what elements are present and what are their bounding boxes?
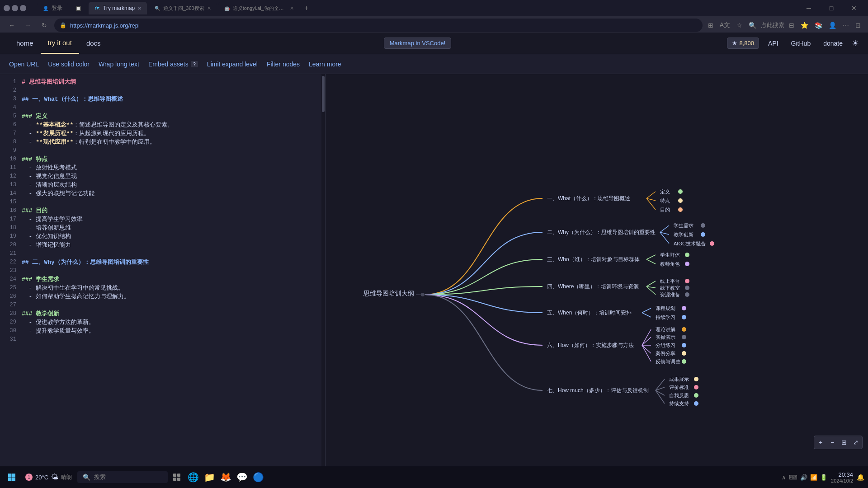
tab-close-360[interactable]: ✕ [207, 5, 211, 11]
translate-icon[interactable]: A文 [718, 19, 732, 31]
root-node[interactable]: 思维导图培训大纲 [363, 290, 425, 297]
vscode-badge[interactable]: Markmap in VSCode! [384, 38, 452, 49]
nav-try-it-out[interactable]: try it out [41, 33, 79, 54]
nav-home[interactable]: home [9, 33, 41, 53]
taskbar-search-icon: 🔍 [83, 474, 90, 481]
new-tab-button[interactable]: + [301, 3, 312, 14]
zoom-out-button[interactable]: − [827, 437, 837, 447]
svg-point-38 [685, 292, 689, 297]
time-display[interactable]: 20:34 2024/10/2 [831, 471, 853, 483]
star-count: 8,800 [739, 40, 754, 47]
weather-icon: 🌤 [51, 473, 58, 481]
option-filter-nodes[interactable]: Filter nodes [267, 61, 300, 68]
nav-github[interactable]: GitHub [788, 38, 815, 49]
maximize-button[interactable] [20, 5, 26, 11]
taskbar-edge[interactable]: 🌐 [186, 470, 200, 484]
svg-rect-83 [177, 478, 180, 481]
star-icon[interactable]: ☆ [735, 20, 744, 31]
svg-line-13 [660, 225, 669, 232]
window-close[interactable]: ✕ [844, 1, 864, 15]
svg-text:持续支持: 持续支持 [669, 401, 689, 406]
svg-text:AIGC技术融合: AIGC技术融合 [674, 241, 706, 246]
taskbar-explorer[interactable]: 📁 [202, 470, 217, 484]
branch-5[interactable]: 五、When（何时）：培训时间安排 课程规划 持续学习 [425, 295, 686, 320]
tray-network[interactable]: 📶 [810, 474, 817, 481]
tab-blank[interactable]: 🔲 [70, 2, 87, 14]
sun-icon[interactable]: ☀ [852, 38, 859, 48]
tray-keyboard[interactable]: ⌨ [789, 474, 797, 481]
svg-point-28 [685, 262, 689, 266]
option-limit-expand[interactable]: Limit expand level [207, 61, 258, 68]
nav-docs[interactable]: docs [79, 33, 108, 53]
taskbar: 1 20°C 🌤 晴朗 🔍 搜索 🌐 📁 🦊 💬 🔵 ∧ ⌨ 🔊 📶 🔋 20:… [0, 466, 868, 488]
svg-rect-80 [173, 474, 176, 477]
minimize-button[interactable] [12, 5, 18, 11]
tray-sound[interactable]: 🔊 [800, 474, 807, 481]
svg-rect-81 [177, 474, 180, 477]
taskbar-app-1[interactable]: 💬 [235, 470, 249, 484]
reload-button[interactable]: ↻ [38, 19, 51, 32]
start-button[interactable] [4, 469, 20, 485]
window-minimize[interactable]: ─ [798, 1, 819, 15]
taskbar-taskview[interactable] [170, 470, 184, 484]
tab-title-markmap: Try markmap [103, 5, 135, 11]
taskbar-search[interactable]: 🔍 搜索 [77, 471, 168, 483]
svg-line-3 [646, 192, 656, 198]
tab-tongyi[interactable]: 🤖 通义tongyi.ai_你的全能AI助手-通... ✕ [218, 2, 299, 14]
zoom-fit-button[interactable]: ⊞ [839, 437, 849, 447]
tray-up-icon[interactable]: ∧ [782, 474, 786, 481]
address-bar[interactable]: 🔒 https://markmap.js.org/repl [54, 19, 703, 32]
option-learn-more[interactable]: Learn more [309, 61, 341, 68]
editor-content[interactable]: # 思维导图培训大纲 ## 一、What（什么）：思维导图概述 ### 定义 -… [20, 74, 321, 472]
weather-desc: 晴朗 [61, 474, 72, 481]
svg-point-61 [682, 359, 686, 364]
option-embed-assets[interactable]: Embed assets [148, 61, 189, 68]
back-button[interactable]: ← [5, 19, 18, 32]
svg-text:自我反思: 自我反思 [669, 393, 689, 398]
address-text: https://markmap.js.org/repl [70, 22, 140, 29]
nav-api[interactable]: API [764, 38, 782, 49]
split-view-icon[interactable]: ⊟ [787, 20, 796, 31]
branch-6[interactable]: 六、How（如何）：实施步骤与方法 理论讲解 实操演示 分组练习 案例分享 反馈… [425, 295, 686, 364]
star-button[interactable]: ★ 8,800 [727, 38, 759, 49]
search-icon[interactable]: 🔍 [747, 20, 758, 31]
option-solid-color[interactable]: Use solid color [48, 61, 90, 68]
tab-login[interactable]: 👤 登录 [37, 2, 68, 14]
forward-button[interactable]: → [22, 19, 34, 32]
sidebar-toggle[interactable]: ⊡ [854, 20, 863, 31]
editor-scrollbar[interactable] [321, 74, 325, 472]
line-numbers: 12345 678910 1112131415 1617181920 21222… [0, 74, 20, 472]
notification-badge: 1 [25, 474, 33, 481]
svg-point-52 [682, 335, 686, 339]
option-wrap-text[interactable]: Wrap long text [99, 61, 139, 68]
taskbar-browser-2[interactable]: 🦊 [218, 470, 233, 484]
option-open-url[interactable]: Open URL [9, 61, 39, 68]
close-button[interactable] [4, 5, 10, 11]
tray-battery[interactable]: 🔋 [820, 474, 827, 481]
collections-icon[interactable]: 📚 [813, 20, 824, 31]
taskbar-chrome[interactable]: 🔵 [251, 470, 265, 484]
clock-date: 2024/10/2 [831, 478, 853, 483]
svg-point-15 [701, 223, 705, 228]
favorites-icon[interactable]: ⭐ [799, 20, 810, 31]
zoom-controls: + − ⊞ ⤢ [814, 436, 863, 449]
zoom-in-button[interactable]: + [816, 437, 826, 447]
svg-point-49 [682, 327, 686, 332]
svg-point-55 [682, 343, 686, 347]
tab-close-tongyi[interactable]: ✕ [290, 5, 294, 11]
more-icon[interactable]: ⋯ [841, 20, 851, 31]
window-maximize[interactable]: □ [821, 1, 842, 15]
tab-close-markmap[interactable]: ✕ [137, 5, 142, 11]
search-placeholder: 点此搜索 [761, 21, 784, 29]
branch-1[interactable]: 一、What（什么）：思维导图概述 定义 特点 目的 [425, 189, 683, 295]
address-bar-row: ← → ↻ 🔒 https://markmap.js.org/repl ⊞ A文… [0, 16, 868, 34]
title-bar: 👤 登录 🔲 🗺 Try markmap ✕ 🔍 通义千问_360搜索 ✕ 🤖 … [0, 0, 868, 16]
tab-360[interactable]: 🔍 通义千问_360搜索 ✕ [149, 2, 216, 14]
zoom-fullscreen-button[interactable]: ⤢ [851, 437, 861, 447]
scrollbar-thumb[interactable] [322, 76, 325, 112]
tab-markmap[interactable]: 🗺 Try markmap ✕ [89, 2, 147, 14]
nav-donate[interactable]: donate [820, 38, 846, 49]
sidebar-icon[interactable]: ⊞ [706, 20, 715, 31]
notification-center[interactable]: 🔔 [857, 474, 864, 481]
profile-icon[interactable]: 👤 [827, 20, 838, 31]
